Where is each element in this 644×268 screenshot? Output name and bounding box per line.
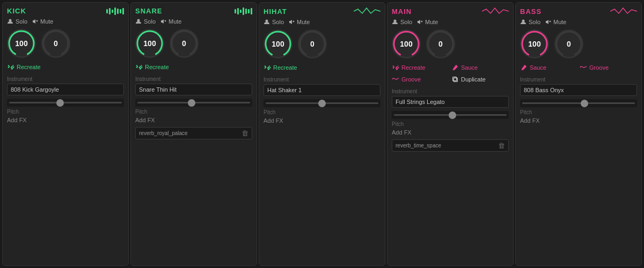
channel-hihat: HIHAT Solo Mute 100 — [259, 2, 385, 266]
mute-label: Mute — [425, 19, 438, 25]
instrument-name[interactable]: Hat Shaker 1 — [264, 84, 380, 96]
groove-icon — [580, 64, 587, 71]
instrument-label: Instrument — [392, 88, 509, 94]
shuffle-icon — [7, 63, 14, 71]
channel-bass: BASS Solo Mute 100 — [515, 2, 642, 266]
mute-button[interactable]: Mute — [416, 19, 438, 25]
volume-knob[interactable]: 100 — [135, 29, 164, 58]
volume-knob[interactable]: 100 — [392, 29, 421, 58]
instrument-name[interactable]: 808 Kick Gargoyle — [7, 84, 124, 95]
pitch-knob[interactable]: 0 — [298, 29, 327, 58]
instrument-section: Instrument Full Strings Legato — [392, 88, 509, 108]
actions-section: Recreate — [7, 62, 124, 72]
fx-delete-button[interactable]: 🗑 — [241, 129, 248, 137]
instrument-name[interactable]: 808 Bass Onyx — [520, 84, 637, 96]
channel-main: MAIN Solo Mute 100 — [387, 2, 514, 266]
pitch-label: Pitch — [264, 109, 380, 115]
solo-label: Solo — [400, 19, 412, 25]
instrument-name[interactable]: Snare Thin Hit — [135, 84, 252, 95]
shuffle-icon — [264, 64, 271, 71]
instrument-name[interactable]: Full Strings Legato — [392, 96, 509, 108]
solo-button[interactable]: Solo — [392, 19, 412, 25]
pitch-knob[interactable]: 0 — [554, 29, 583, 58]
pitch-knob[interactable]: 0 — [170, 29, 199, 58]
fx-name: reverb_royal_palace — [139, 130, 188, 136]
pitch-section: Pitch — [264, 99, 380, 115]
groove-icon — [392, 76, 399, 83]
volume-knob[interactable]: 100 — [7, 29, 36, 58]
pitch-slider[interactable] — [264, 99, 380, 107]
mute-button[interactable]: Mute — [545, 19, 566, 25]
pitch-label: Pitch — [7, 109, 124, 115]
solo-label: Solo — [144, 18, 156, 25]
channel-header: SNARE — [135, 7, 252, 15]
pitch-section: Pitch — [520, 99, 637, 115]
mute-button[interactable]: Mute — [288, 19, 310, 25]
channel-title: BASS — [520, 8, 541, 16]
fx-name: reverb_time_space — [396, 143, 441, 148]
sauce-icon — [520, 64, 528, 71]
action-duplicate[interactable]: Duplicate — [451, 75, 509, 84]
add-fx-button[interactable]: Add FX — [7, 117, 124, 123]
pitch-slider[interactable] — [520, 99, 637, 107]
action-groove[interactable]: Groove — [392, 75, 449, 84]
svg-point-9 — [394, 20, 397, 23]
action-recreate[interactable]: Recreate — [7, 62, 124, 72]
mute-label: Mute — [40, 18, 53, 25]
pitch-knob[interactable]: 0 — [41, 29, 70, 58]
channel-title: HIHAT — [264, 8, 287, 16]
solo-label: Solo — [272, 19, 284, 25]
mute-label: Mute — [553, 19, 566, 25]
instrument-section: Instrument Hat Shaker 1 — [264, 77, 380, 96]
pitch-slider[interactable] — [135, 99, 252, 107]
action-sauce[interactable]: Sauce — [520, 63, 577, 72]
pitch-slider[interactable] — [7, 99, 124, 107]
shuffle-icon — [392, 64, 399, 71]
knobs-row: 100 0 — [264, 29, 380, 58]
svg-point-14 — [522, 20, 525, 23]
mute-button[interactable]: Mute — [32, 18, 53, 25]
mute-button[interactable]: Mute — [160, 18, 181, 25]
solo-mute-row: Solo Mute — [7, 18, 124, 25]
action-groove[interactable]: Groove — [580, 63, 637, 72]
actions-section: Recreate Sauce Groove Duplicate — [392, 63, 509, 84]
solo-button[interactable]: Solo — [135, 18, 156, 25]
channel-header: BASS — [520, 7, 637, 16]
add-fx-button[interactable]: Add FX — [135, 117, 252, 123]
channel-waveform — [235, 8, 252, 15]
volume-knob[interactable]: 100 — [264, 29, 292, 58]
pitch-knob[interactable]: 0 — [426, 29, 455, 58]
svg-point-0 — [9, 19, 12, 22]
add-fx-button[interactable]: Add FX — [392, 129, 509, 136]
channel-waveform — [354, 7, 380, 16]
channel-waveform — [610, 7, 637, 16]
knobs-row: 100 0 — [520, 29, 637, 58]
instrument-section: Instrument 808 Kick Gargoyle — [7, 76, 124, 95]
mute-label: Mute — [169, 18, 181, 25]
solo-mute-row: Solo Mute — [392, 19, 509, 25]
action-recreate[interactable]: Recreate — [392, 63, 449, 72]
solo-button[interactable]: Solo — [7, 18, 27, 25]
action-recreate[interactable]: Recreate — [135, 62, 252, 72]
pitch-slider[interactable] — [392, 111, 509, 119]
sauce-icon — [451, 64, 459, 71]
fx-delete-button[interactable]: 🗑 — [498, 142, 505, 150]
volume-knob[interactable]: 100 — [520, 29, 549, 58]
knobs-row: 100 0 — [392, 29, 509, 58]
add-fx-button[interactable]: Add FX — [520, 117, 637, 124]
add-fx-button[interactable]: Add FX — [264, 117, 380, 124]
instrument-label: Instrument — [7, 76, 124, 82]
solo-mute-row: Solo Mute — [135, 18, 252, 25]
solo-button[interactable]: Solo — [520, 19, 540, 25]
solo-mute-row: Solo Mute — [520, 19, 637, 25]
duplicate-icon — [451, 76, 459, 83]
channel-header: MAIN — [392, 7, 509, 16]
pitch-section: Pitch — [7, 99, 124, 115]
solo-button[interactable]: Solo — [264, 19, 284, 25]
instrument-section: Instrument 808 Bass Onyx — [520, 77, 637, 96]
solo-label: Solo — [16, 18, 27, 25]
instrument-label: Instrument — [264, 77, 380, 83]
channel-waveform — [482, 7, 509, 16]
action-sauce[interactable]: Sauce — [451, 63, 509, 72]
action-recreate[interactable]: Recreate — [264, 63, 380, 72]
